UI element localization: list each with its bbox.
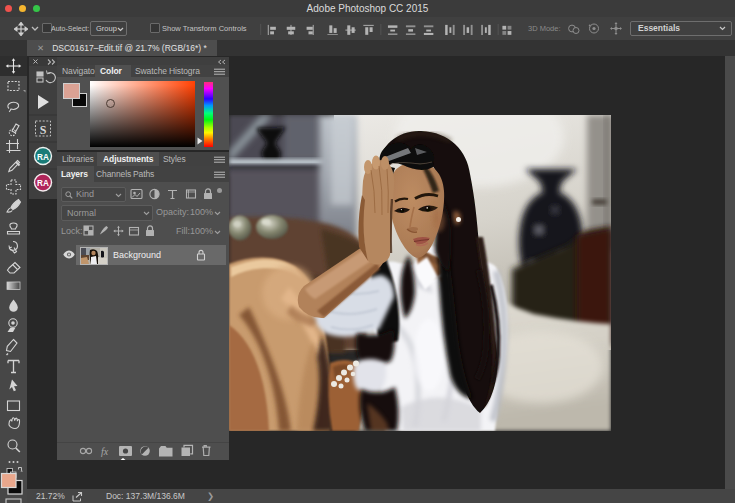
svg-text:S: S [40, 123, 47, 137]
svg-text:fx: fx [101, 446, 109, 457]
svg-text:RA: RA [37, 153, 49, 162]
svg-text:RA: RA [37, 179, 49, 188]
